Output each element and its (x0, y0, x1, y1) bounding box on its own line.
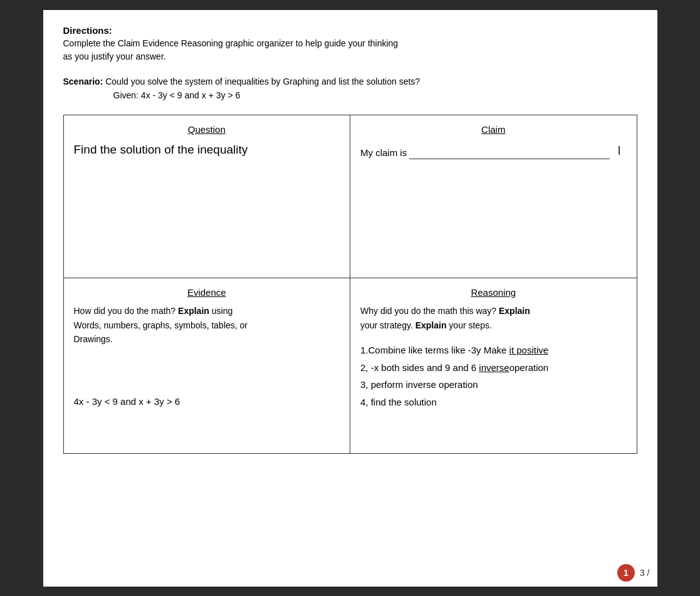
evidence-text: How did you do the math? Explain using W… (74, 304, 340, 346)
claim-text-line: My claim is I (360, 141, 627, 160)
reasoning-header: Reasoning (360, 287, 627, 298)
directions-block: Directions: Complete the Claim Evidence … (63, 25, 637, 63)
top-row: Question Find the solution of the inequa… (63, 115, 637, 278)
claim-header: Claim (360, 124, 627, 135)
question-header: Question (74, 124, 340, 135)
question-cell: Question Find the solution of the inequa… (63, 115, 350, 278)
claim-content: My claim is I (360, 141, 627, 160)
claim-cell: Claim My claim is I (350, 115, 637, 278)
step-4: 4, find the solution (360, 394, 627, 410)
organizer-table: Question Find the solution of the inequa… (63, 115, 637, 454)
bottom-row: Evidence How did you do the math? Explai… (63, 278, 637, 454)
claim-text: My claim is (360, 146, 407, 160)
evidence-bold-explain: Explain (178, 306, 209, 316)
step-1-text: 1.Combine like terms like -3y Make it po… (360, 342, 548, 358)
scenario-line2: Given: 4x - 3y < 9 and x + 3y > 6 (113, 88, 637, 102)
step-4-text: 4, find the solution (360, 394, 437, 410)
evidence-cell: Evidence How did you do the math? Explai… (63, 278, 350, 454)
question-text: Find the solution of the inequality (74, 141, 340, 159)
reasoning-intro: Why did you do the math this way? Explai… (360, 304, 627, 332)
scenario-label: Scenario: (63, 76, 103, 86)
directions-text: Complete the Claim Evidence Reasoning gr… (63, 37, 637, 63)
page-indicator: 3 / (640, 568, 650, 578)
step-2: 2, -x both sides and 9 and 6 inverseoper… (360, 360, 627, 376)
step-3-text: 3, perform inverse operation (360, 377, 478, 393)
evidence-header: Evidence (74, 287, 340, 298)
bottom-bar: 1 3 / (610, 559, 657, 587)
directions-title: Directions: (63, 25, 637, 36)
claim-underline (409, 145, 610, 160)
scenario-block: Scenario: Could you solve the system of … (63, 75, 637, 103)
scenario-text: Scenario: Could you solve the system of … (63, 75, 637, 103)
page-container: Directions: Complete the Claim Evidence … (43, 10, 657, 587)
text-cursor: I (617, 141, 621, 160)
evidence-math: 4x - 3y < 9 and x + 3y > 6 (74, 396, 340, 407)
step-3: 3, perform inverse operation (360, 377, 627, 393)
step-2-text: 2, -x both sides and 9 and 6 inverseoper… (360, 360, 548, 376)
page-badge: 1 (617, 564, 635, 582)
reasoning-steps: 1.Combine like terms like -3y Make it po… (360, 342, 627, 410)
scenario-line1: Could you solve the system of inequaliti… (105, 76, 420, 86)
reasoning-cell: Reasoning Why did you do the math this w… (350, 278, 637, 454)
reasoning-bold-explain2: Explain (415, 320, 447, 330)
reasoning-bold-explain1: Explain (499, 306, 530, 316)
step-1: 1.Combine like terms like -3y Make it po… (360, 342, 627, 358)
